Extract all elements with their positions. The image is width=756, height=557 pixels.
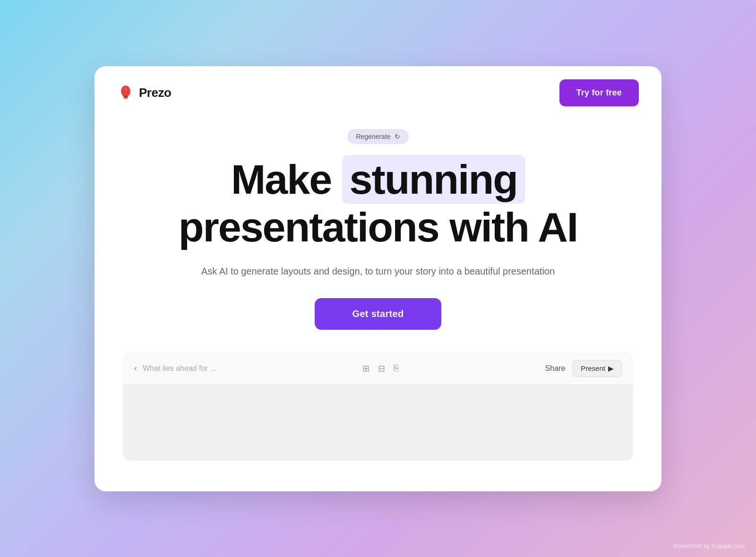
- logo: Prezo: [117, 84, 171, 101]
- title-make: Make: [231, 156, 342, 203]
- regenerate-label: Regenerate: [356, 133, 390, 140]
- logo-text: Prezo: [139, 86, 171, 100]
- demo-title: What lies ahead for ...: [143, 364, 216, 373]
- demo-bar: ‹ What lies ahead for ... ⊞ ⊟ ⎘ Share Pr…: [123, 352, 633, 385]
- svg-rect-1: [123, 96, 128, 98]
- hero-section: Regenerate ↻ Make stunning presentations…: [94, 120, 662, 491]
- hero-title-line1: Make stunning: [179, 155, 578, 203]
- present-label: Present: [581, 364, 605, 372]
- logo-icon: [117, 84, 134, 101]
- demo-content-area: [123, 385, 633, 461]
- get-started-button[interactable]: Get started: [315, 298, 442, 330]
- hero-title-line2: presentations with AI: [179, 203, 578, 251]
- screenshot-credit: Screenshot by Xnapper.com: [673, 543, 745, 549]
- demo-bar-right: Share Present ▶: [545, 360, 622, 377]
- grid-icon[interactable]: ⊞: [362, 363, 369, 374]
- list-icon[interactable]: ⊟: [378, 363, 385, 374]
- hero-subtitle: Ask AI to generate layouts and design, t…: [201, 264, 555, 278]
- svg-rect-2: [124, 98, 128, 99]
- demo-bar-wrapper: ‹ What lies ahead for ... ⊞ ⊟ ⎘ Share Pr…: [123, 352, 633, 461]
- title-stunning-highlight: stunning: [342, 155, 525, 204]
- regenerate-icon: ↻: [395, 133, 400, 140]
- present-play-icon: ▶: [608, 364, 614, 373]
- try-for-free-button[interactable]: Try for free: [559, 79, 639, 106]
- demo-bar-left: ‹ What lies ahead for ...: [134, 363, 216, 373]
- copy-icon[interactable]: ⎘: [394, 363, 399, 373]
- header: Prezo Try for free: [94, 66, 662, 120]
- present-button[interactable]: Present ▶: [573, 360, 622, 377]
- regenerate-badge[interactable]: Regenerate ↻: [347, 129, 408, 144]
- share-button[interactable]: Share: [545, 364, 566, 373]
- hero-title: Make stunning presentations with AI: [179, 155, 578, 251]
- demo-bar-center: ⊞ ⊟ ⎘: [362, 363, 399, 374]
- main-card: Prezo Try for free Regenerate ↻ Make stu…: [94, 66, 662, 491]
- back-arrow-icon[interactable]: ‹: [134, 363, 137, 373]
